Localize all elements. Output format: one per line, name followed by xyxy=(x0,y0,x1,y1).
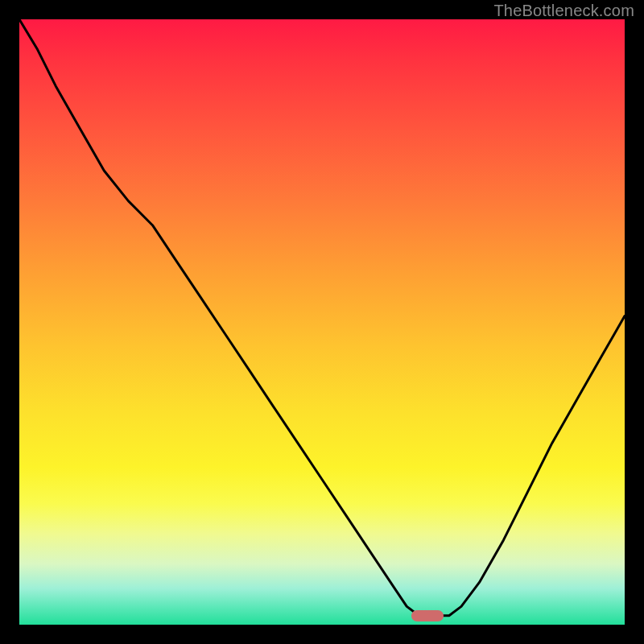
chart-curve xyxy=(19,19,625,625)
optimum-marker xyxy=(411,610,444,621)
chart-plot-area xyxy=(19,19,625,625)
watermark-text: TheBottleneck.com xyxy=(493,2,634,20)
